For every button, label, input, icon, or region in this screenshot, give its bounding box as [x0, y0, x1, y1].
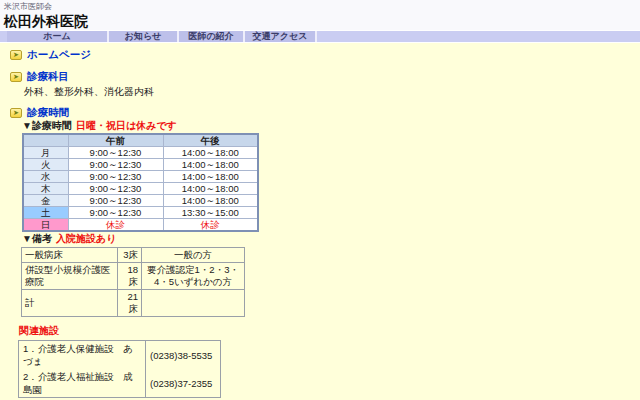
section-arrow-icon: ➤	[10, 50, 22, 60]
tab-news[interactable]: お知らせ	[109, 31, 179, 42]
facility-name-cell: 1．介護老人保健施設 あづま	[19, 341, 146, 370]
departments-text: 外科、整形外科、消化器内科	[24, 85, 640, 98]
hours-note-prefix: ▼診療時間	[22, 120, 72, 131]
day-cell: 木	[23, 183, 68, 195]
facility-phone-cell: (0238)37-2355	[146, 369, 221, 398]
remarks-note: ▼備考入院施設あり	[22, 233, 640, 245]
related-facilities-heading: 関連施設	[19, 325, 640, 337]
departments-heading: 診療科目	[27, 70, 69, 84]
remarks-note-prefix: ▼備考	[22, 233, 52, 244]
hours-row-fri: 金 9:00～12:30 14:00～18:00	[23, 195, 258, 207]
section-arrow-icon: ➤	[10, 108, 22, 118]
day-cell: 月	[23, 147, 68, 159]
remarks-beds-cell: 21床	[118, 290, 142, 317]
hours-header-day	[23, 134, 68, 147]
am-cell: 9:00～12:30	[68, 171, 163, 183]
remarks-target-cell: 一般の方	[142, 248, 245, 263]
hours-row-tue: 火 9:00～12:30 14:00～18:00	[23, 159, 258, 171]
hours-header-am: 午前	[68, 134, 163, 147]
pm-cell: 14:00～18:00	[163, 171, 258, 183]
hours-note-holiday: 日曜・祝日は休みです	[76, 120, 177, 131]
hours-row-sat: 土 9:00～12:30 13:30～15:00	[23, 207, 258, 219]
remarks-name-cell: 計	[22, 290, 118, 317]
remarks-table: 一般病床 3床 一般の方 併設型小規模介護医療院 18床 要介護認定1・2・3・…	[21, 247, 245, 317]
facility-name-cell: 2．介護老人福祉施設 成島園	[19, 369, 146, 398]
remarks-row: 一般病床 3床 一般の方	[22, 248, 245, 263]
nav-spacer	[0, 31, 7, 42]
hours-note: ▼診療時間日曜・祝日は休みです	[22, 120, 640, 132]
hours-row-sun: 日 休診 休診	[23, 219, 258, 232]
day-cell: 土	[23, 207, 68, 219]
remarks-target-cell	[142, 290, 245, 317]
breadcrumb-medical-association-link[interactable]: 米沢市医師会	[4, 2, 640, 12]
site-title: 松田外科医院	[4, 12, 640, 30]
remarks-row: 併設型小規模介護医療院 18床 要介護認定1・2・3・4・5いずれかの方	[22, 263, 245, 290]
remarks-name-cell: 併設型小規模介護医療院	[22, 263, 118, 290]
section-hours: ➤ 診療時間	[10, 106, 640, 119]
hours-table: 午前 午後 月 9:00～12:30 14:00～18:00 火 9:00～12…	[22, 133, 259, 232]
pm-cell: 14:00～18:00	[163, 183, 258, 195]
day-cell: 水	[23, 171, 68, 183]
page-header: 米沢市医師会 松田外科医院	[0, 0, 640, 30]
am-cell: 9:00～12:30	[68, 207, 163, 219]
main-content: ➤ ホームページ ➤ 診療科目 外科、整形外科、消化器内科 ➤ 診療時間 ▼診療…	[0, 43, 640, 400]
am-cell: 9:00～12:30	[68, 183, 163, 195]
main-nav: ホーム お知らせ 医師の紹介 交通アクセス	[0, 30, 640, 43]
remarks-row: 計 21床	[22, 290, 245, 317]
tab-doctors[interactable]: 医師の紹介	[179, 31, 245, 42]
hours-header-row: 午前 午後	[23, 134, 258, 147]
hours-heading: 診療時間	[27, 106, 69, 120]
pm-cell-closed: 休診	[163, 219, 258, 232]
am-cell-closed: 休診	[68, 219, 163, 232]
section-arrow-icon: ➤	[10, 72, 22, 82]
pm-cell: 14:00～18:00	[163, 195, 258, 207]
remarks-note-inpatient: 入院施設あり	[56, 233, 116, 244]
hours-header-pm: 午後	[163, 134, 258, 147]
day-cell: 火	[23, 159, 68, 171]
hours-row-wed: 水 9:00～12:30 14:00～18:00	[23, 171, 258, 183]
tab-home[interactable]: ホーム	[7, 31, 109, 42]
am-cell: 9:00～12:30	[68, 195, 163, 207]
section-departments: ➤ 診療科目	[10, 70, 640, 83]
tab-access[interactable]: 交通アクセス	[245, 31, 317, 42]
pm-cell: 14:00～18:00	[163, 147, 258, 159]
day-cell: 日	[23, 219, 68, 232]
pm-cell: 13:30～15:00	[163, 207, 258, 219]
am-cell: 9:00～12:30	[68, 147, 163, 159]
pm-cell: 14:00～18:00	[163, 159, 258, 171]
hours-row-mon: 月 9:00～12:30 14:00～18:00	[23, 147, 258, 159]
related-row: 2．介護老人福祉施設 成島園 (0238)37-2355	[19, 369, 221, 398]
related-facilities-table: 1．介護老人保健施設 あづま (0238)38-5535 2．介護老人福祉施設 …	[18, 340, 221, 398]
remarks-target-cell: 要介護認定1・2・3・4・5いずれかの方	[142, 263, 245, 290]
remarks-name-cell: 一般病床	[22, 248, 118, 263]
remarks-beds-cell: 3床	[118, 248, 142, 263]
hours-row-thu: 木 9:00～12:30 14:00～18:00	[23, 183, 258, 195]
related-row: 1．介護老人保健施設 あづま (0238)38-5535	[19, 341, 221, 370]
remarks-beds-cell: 18床	[118, 263, 142, 290]
day-cell: 金	[23, 195, 68, 207]
homepage-heading: ホームページ	[27, 48, 91, 62]
section-homepage: ➤ ホームページ	[10, 48, 640, 61]
am-cell: 9:00～12:30	[68, 159, 163, 171]
facility-phone-cell: (0238)38-5535	[146, 341, 221, 370]
